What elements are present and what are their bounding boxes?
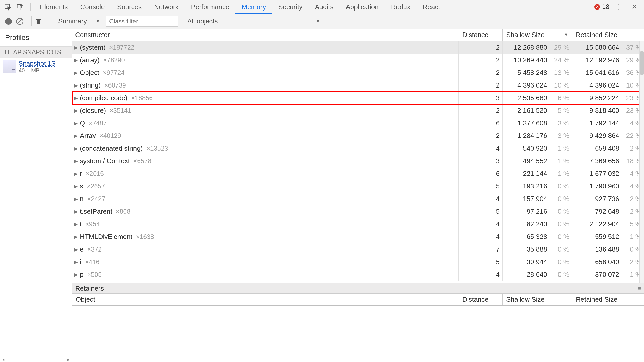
expand-icon[interactable]: ▶: [74, 247, 79, 252]
clear-icon[interactable]: [15, 18, 25, 25]
retained-size-value: 15 580 66437 %: [572, 41, 644, 54]
retainers-header[interactable]: Retainers ≡: [72, 283, 644, 294]
shallow-size-value: 30 9440 %: [502, 256, 572, 268]
drawer-icon[interactable]: ≡: [638, 286, 641, 291]
expand-icon[interactable]: ▶: [74, 70, 79, 76]
tab-redux[interactable]: Redux: [385, 0, 417, 14]
class-filter-input[interactable]: [106, 16, 178, 27]
table-row[interactable]: ▶e×372735 8880 %136 4880 %: [72, 243, 644, 256]
shallow-size-value: 82 2400 %: [502, 218, 572, 230]
all-objects-dropdown[interactable]: All objects ▼: [183, 14, 325, 29]
instance-count: ×2657: [87, 183, 105, 190]
inspect-element-icon[interactable]: [3, 2, 13, 12]
table-row[interactable]: ▶r×20156221 1441 %1 677 0324 %: [72, 167, 644, 180]
table-row[interactable]: ▶HTMLDivElement×1638465 3280 %559 5121 %: [72, 230, 644, 243]
scrollbar-thumb[interactable]: [640, 51, 644, 75]
table-row[interactable]: ▶s×26575193 2160 %1 790 9604 %: [72, 180, 644, 193]
table-row[interactable]: ▶i×416530 9440 %658 0402 %: [72, 256, 644, 268]
instance-count: ×7487: [89, 119, 107, 127]
constructor-name: Object: [80, 69, 99, 77]
tab-network[interactable]: Network: [148, 0, 185, 14]
expand-icon[interactable]: ▶: [74, 95, 79, 101]
summary-label: Summary: [58, 17, 87, 25]
scrollbar[interactable]: [639, 41, 644, 283]
instance-count: ×40129: [99, 132, 121, 140]
shallow-size-value: 97 2160 %: [502, 205, 572, 218]
expand-icon[interactable]: ▶: [74, 57, 79, 63]
device-toggle-icon[interactable]: [15, 2, 25, 12]
col-constructor[interactable]: Constructor: [72, 29, 459, 41]
table-row[interactable]: ▶p×505428 6400 %370 0721 %: [72, 268, 644, 281]
table-row[interactable]: ▶(system)×187722212 268 88029 %15 580 66…: [72, 41, 644, 54]
tab-react[interactable]: React: [417, 0, 446, 14]
expand-icon[interactable]: ▶: [74, 272, 79, 278]
expand-icon[interactable]: ▶: [74, 196, 79, 202]
expand-icon[interactable]: ▶: [74, 209, 79, 214]
expand-icon[interactable]: ▶: [74, 120, 79, 126]
snapshot-item[interactable]: ▥ Snapshot 1S 40.1 MB: [0, 58, 72, 75]
table-row[interactable]: ▶system / Context×65783494 5521 %7 369 6…: [72, 155, 644, 167]
col-shallow[interactable]: Shallow Size: [502, 294, 572, 305]
heap-snapshots-header: HEAP SNAPSHOTS: [0, 46, 72, 58]
tab-application[interactable]: Application: [340, 0, 385, 14]
table-row[interactable]: ▶(concatenated string)×135234540 9201 %6…: [72, 142, 644, 155]
table-row[interactable]: ▶t×954482 2400 %2 122 9045 %: [72, 218, 644, 230]
col-retained-size[interactable]: Retained Size: [572, 29, 644, 41]
expand-icon[interactable]: ▶: [74, 133, 79, 139]
constructor-name: t: [80, 220, 82, 228]
col-distance[interactable]: Distance: [459, 29, 502, 41]
col-shallow-size[interactable]: Shallow Size▼: [502, 29, 572, 41]
distance-value: 5: [459, 256, 502, 268]
retained-size-value: 659 4082 %: [572, 142, 644, 155]
retainers-title: Retainers: [75, 285, 104, 292]
tab-sources[interactable]: Sources: [111, 0, 148, 14]
table-row[interactable]: ▶Q×748761 377 6083 %1 792 1444 %: [72, 117, 644, 130]
distance-value: 2: [459, 79, 502, 92]
table-row[interactable]: ▶Array×4012921 284 1763 %9 429 86422 %: [72, 130, 644, 142]
table-row[interactable]: ▶(string)×6073924 396 02410 %4 396 02410…: [72, 79, 644, 92]
tab-console[interactable]: Console: [74, 0, 111, 14]
constructor-name: i: [80, 258, 81, 266]
tab-performance[interactable]: Performance: [185, 0, 236, 14]
col-distance[interactable]: Distance: [459, 294, 502, 305]
expand-icon[interactable]: ▶: [74, 184, 79, 189]
expand-icon[interactable]: ▶: [74, 221, 79, 227]
expand-icon[interactable]: ▶: [74, 158, 79, 164]
close-devtools-icon[interactable]: ✕: [629, 2, 639, 12]
table-row[interactable]: ▶n×24274157 9040 %927 7362 %: [72, 193, 644, 205]
summary-dropdown[interactable]: Summary ▼: [53, 14, 106, 29]
expand-icon[interactable]: ▶: [74, 234, 79, 240]
instance-count: ×954: [85, 220, 100, 228]
scroll-right-icon[interactable]: ►: [65, 358, 72, 362]
table-row[interactable]: ▶Object×9772425 458 24813 %15 041 61636 …: [72, 66, 644, 79]
col-object[interactable]: Object: [72, 294, 459, 305]
rows-viewport[interactable]: ▶(system)×187722212 268 88029 %15 580 66…: [72, 41, 644, 283]
kebab-menu-icon[interactable]: ⋮: [613, 2, 623, 12]
distance-value: 4: [459, 193, 502, 205]
record-icon[interactable]: [5, 18, 12, 25]
expand-icon[interactable]: ▶: [74, 45, 79, 50]
table-row[interactable]: ▶t.setParent×868597 2160 %792 6482 %: [72, 205, 644, 218]
tab-audits[interactable]: Audits: [309, 0, 340, 14]
table-row[interactable]: ▶(array)×78290210 269 44024 %12 192 9762…: [72, 54, 644, 66]
table-row[interactable]: ▶(compiled code)×1885632 535 6806 %9 852…: [72, 92, 644, 104]
expand-icon[interactable]: ▶: [74, 83, 79, 88]
retained-size-value: 4 396 02410 %: [572, 79, 644, 92]
expand-icon[interactable]: ▶: [74, 259, 79, 265]
distance-value: 4: [459, 230, 502, 243]
tab-security[interactable]: Security: [272, 0, 309, 14]
trash-icon[interactable]: [34, 18, 44, 25]
error-badge[interactable]: ✕ 18: [594, 3, 609, 11]
retained-size-value: 9 429 86422 %: [572, 130, 644, 142]
tab-elements[interactable]: Elements: [34, 0, 74, 14]
table-row[interactable]: ▶(closure)×3514122 161 5205 %9 818 40023…: [72, 104, 644, 117]
constructor-name: system / Context: [80, 157, 130, 165]
retained-size-value: 559 5121 %: [572, 230, 644, 243]
expand-icon[interactable]: ▶: [74, 171, 79, 177]
retainers-columns: Object Distance Shallow Size Retained Si…: [72, 294, 644, 306]
expand-icon[interactable]: ▶: [74, 146, 79, 151]
col-retained[interactable]: Retained Size: [572, 294, 644, 305]
tab-memory[interactable]: Memory: [235, 0, 272, 14]
expand-icon[interactable]: ▶: [74, 108, 79, 114]
scroll-left-icon[interactable]: ◄: [0, 358, 7, 362]
